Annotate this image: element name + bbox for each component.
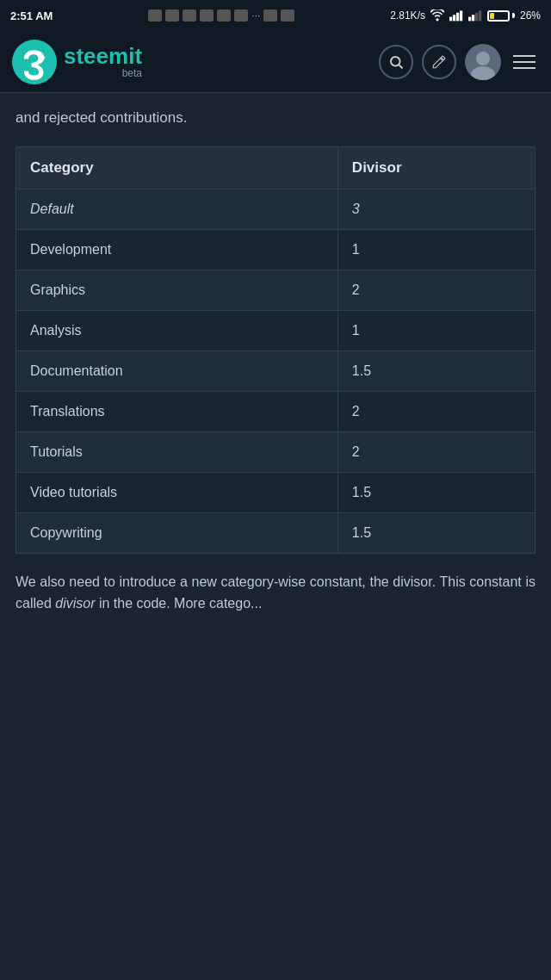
table-cell-category: Development bbox=[16, 229, 338, 270]
logo-text-area: steemit beta bbox=[64, 45, 142, 79]
hamburger-line-1 bbox=[513, 55, 536, 57]
table-row: Documentation1.5 bbox=[16, 350, 536, 391]
svg-rect-1 bbox=[453, 15, 455, 21]
table-cell-divisor: 1.5 bbox=[337, 350, 535, 391]
table-cell-category: Default bbox=[16, 189, 338, 229]
svg-rect-7 bbox=[479, 10, 481, 21]
app-icon-3 bbox=[183, 9, 196, 22]
svg-rect-2 bbox=[456, 13, 459, 22]
svg-rect-3 bbox=[460, 10, 462, 21]
app-icon-8 bbox=[281, 9, 294, 22]
wifi-icon bbox=[430, 9, 444, 22]
table-cell-divisor: 1.5 bbox=[337, 512, 535, 553]
steemit-logo-icon bbox=[12, 40, 57, 84]
edit-icon bbox=[431, 54, 447, 70]
table-row: Graphics2 bbox=[16, 270, 536, 310]
app-icon-4 bbox=[200, 9, 214, 22]
signal-icon bbox=[449, 9, 463, 22]
app-icon-1 bbox=[148, 9, 162, 22]
signal-icon-2 bbox=[468, 9, 482, 22]
battery-indicator bbox=[487, 10, 515, 22]
main-content: and rejected contributions. Category Div… bbox=[0, 93, 551, 554]
search-button[interactable] bbox=[379, 45, 413, 79]
app-icon-7 bbox=[263, 9, 277, 22]
svg-rect-4 bbox=[468, 17, 471, 22]
more-apps-indicator: ··· bbox=[251, 9, 260, 22]
svg-rect-0 bbox=[449, 17, 452, 22]
table-row: Analysis1 bbox=[16, 310, 536, 350]
table-row: Copywriting1.5 bbox=[16, 512, 536, 553]
logo-steemit-text: steemit bbox=[64, 45, 142, 67]
svg-line-10 bbox=[399, 65, 402, 68]
table-cell-divisor: 3 bbox=[337, 189, 535, 229]
logo-area: steemit beta bbox=[12, 40, 142, 84]
hamburger-line-3 bbox=[513, 67, 536, 69]
app-icon-2 bbox=[165, 9, 179, 22]
table-cell-category: Tutorials bbox=[16, 431, 338, 472]
table-header-row: Category Divisor bbox=[16, 146, 536, 189]
svg-rect-6 bbox=[475, 13, 478, 22]
app-header: steemit beta bbox=[0, 31, 551, 93]
table-cell-category: Video tutorials bbox=[16, 472, 338, 512]
category-table: Category Divisor Default3Development1Gra… bbox=[15, 146, 536, 554]
table-row: Development1 bbox=[16, 229, 536, 270]
edit-button[interactable] bbox=[422, 45, 456, 79]
header-actions bbox=[379, 44, 539, 80]
avatar[interactable] bbox=[465, 44, 501, 80]
svg-point-9 bbox=[391, 57, 400, 66]
column-header-divisor: Divisor bbox=[337, 146, 535, 189]
status-bar: 2:51 AM ··· 2.81K/s bbox=[0, 0, 551, 31]
svg-point-12 bbox=[476, 52, 490, 65]
table-row: Translations2 bbox=[16, 391, 536, 431]
footer-text: We also need to introduce a new category… bbox=[0, 554, 551, 623]
search-icon bbox=[388, 54, 404, 70]
intro-text: and rejected contributions. bbox=[15, 107, 536, 129]
table-cell-category: Analysis bbox=[16, 310, 338, 350]
table-row: Video tutorials1.5 bbox=[16, 472, 536, 512]
table-cell-category: Documentation bbox=[16, 350, 338, 391]
column-header-category: Category bbox=[16, 146, 338, 189]
table-cell-divisor: 1 bbox=[337, 229, 535, 270]
table-cell-divisor: 2 bbox=[337, 391, 535, 431]
app-icon-5 bbox=[217, 9, 231, 22]
status-right: 2.81K/s 26% bbox=[390, 9, 541, 22]
table-cell-category: Copywriting bbox=[16, 512, 338, 553]
table-cell-divisor: 1 bbox=[337, 310, 535, 350]
battery-percentage: 26% bbox=[520, 9, 541, 22]
status-time: 2:51 AM bbox=[10, 9, 53, 22]
app-icon-6 bbox=[234, 9, 248, 22]
app-icons: ··· bbox=[148, 9, 294, 22]
network-speed: 2.81K/s bbox=[390, 9, 425, 22]
table-cell-category: Translations bbox=[16, 391, 338, 431]
avatar-image bbox=[465, 44, 501, 80]
hamburger-line-2 bbox=[513, 61, 536, 63]
table-row: Tutorials2 bbox=[16, 431, 536, 472]
menu-button[interactable] bbox=[510, 52, 539, 72]
svg-rect-5 bbox=[472, 15, 474, 21]
table-row: Default3 bbox=[16, 189, 536, 229]
logo-beta-text: beta bbox=[64, 67, 142, 79]
table-cell-divisor: 2 bbox=[337, 431, 535, 472]
table-cell-divisor: 1.5 bbox=[337, 472, 535, 512]
table-cell-category: Graphics bbox=[16, 270, 338, 310]
table-cell-divisor: 2 bbox=[337, 270, 535, 310]
